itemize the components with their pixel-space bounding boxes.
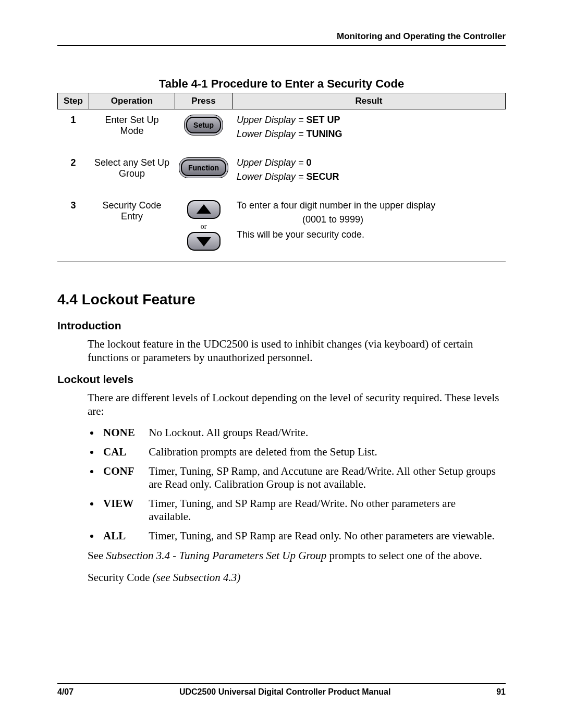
function-button-label: Function [181, 159, 226, 176]
col-result: Result [232, 93, 506, 109]
upper-display-label: Upper Display = [237, 115, 307, 125]
result-cell: Upper Display = SET UP Lower Display = T… [232, 109, 506, 153]
footer-page-number: 91 [496, 687, 506, 697]
level-desc: Timer, Tuning, SP Ramp, and Accutune are… [149, 465, 499, 491]
lower-display-label: Lower Display = [237, 171, 307, 182]
level-label: CAL [103, 446, 146, 459]
step-number: 2 [58, 152, 89, 195]
or-label: or [178, 223, 229, 231]
arrow-down-icon [187, 232, 221, 251]
security-code-paragraph: Security Code (see Subsection 4.3) [88, 571, 506, 584]
operation-cell: Enter Set Up Mode [89, 109, 175, 153]
list-item: CONF Timer, Tuning, SP Ramp, and Accutun… [100, 465, 506, 491]
operation-cell: Security Code Entry [89, 195, 175, 262]
upper-display-value: SET UP [307, 115, 340, 125]
sec-code-prefix: Security Code [88, 571, 153, 584]
level-desc: Timer, Tuning, and SP Ramp are Read/Writ… [149, 497, 499, 523]
lockout-levels-list: NONE No Lockout. All groups Read/Write. … [100, 426, 506, 542]
list-item: NONE No Lockout. All groups Read/Write. [100, 426, 506, 439]
lower-display-value: TUNING [307, 129, 342, 139]
header-rule [57, 45, 506, 46]
function-button-icon: Function [179, 157, 228, 178]
result-cell: Upper Display = 0 Lower Display = SECUR [232, 152, 506, 195]
footer-date: 4/07 [57, 687, 74, 697]
see-reference-paragraph: See Subsection 3.4 - Tuning Parameters S… [88, 549, 506, 562]
operation-cell: Select any Set Up Group [89, 152, 175, 195]
footer-title: UDC2500 Universal Digital Controller Pro… [179, 687, 390, 697]
see-prefix: See [88, 549, 106, 562]
level-desc: Calibration prompts are deleted from the… [149, 446, 499, 459]
press-cell: Function [175, 152, 232, 195]
press-cell: or [175, 195, 232, 262]
step-number: 3 [58, 195, 89, 262]
table-row: 3 Security Code Entry or To enter a four… [58, 195, 506, 262]
levels-intro-paragraph: There are different levels of Lockout de… [88, 391, 506, 418]
list-item: ALL Timer, Tuning, and SP Ramp are Read … [100, 529, 506, 542]
col-press: Press [175, 93, 232, 109]
footer-rule [57, 683, 506, 684]
result-text: This will be your security code. [237, 229, 364, 240]
lower-display-value: SECUR [307, 171, 339, 182]
upper-display-label: Upper Display = [237, 157, 307, 168]
arrow-up-icon [187, 200, 221, 219]
col-step: Step [58, 93, 89, 109]
see-suffix: prompts to select one of the above. [326, 549, 482, 562]
intro-subheading: Introduction [57, 319, 506, 332]
lower-display-label: Lower Display = [237, 129, 307, 139]
intro-paragraph: The lockout feature in the UDC2500 is us… [88, 337, 506, 365]
list-item: CAL Calibration prompts are deleted from… [100, 446, 506, 459]
levels-subheading: Lockout levels [57, 373, 506, 386]
table-row: 2 Select any Set Up Group Function Upper… [58, 152, 506, 195]
result-text: To enter a four digit number in the uppe… [237, 200, 435, 211]
running-header: Monitoring and Operating the Controller [57, 31, 506, 42]
table-row: 1 Enter Set Up Mode Setup Upper Display … [58, 109, 506, 153]
see-ref: Subsection 3.4 - Tuning Parameters Set U… [106, 549, 327, 562]
press-cell: Setup [175, 109, 232, 153]
table-caption: Table 4-1 Procedure to Enter a Security … [57, 77, 506, 91]
page-footer: 4/07 UDC2500 Universal Digital Controlle… [57, 683, 506, 697]
setup-button-label: Setup [186, 117, 221, 133]
level-label: ALL [103, 529, 146, 542]
level-desc: Timer, Tuning, and SP Ramp are Read only… [149, 529, 499, 542]
sec-code-ref: (see Subsection 4.3) [153, 571, 241, 584]
col-operation: Operation [89, 93, 175, 109]
upper-display-value: 0 [307, 157, 312, 168]
section-heading: 4.4 Lockout Feature [57, 291, 506, 308]
level-desc: No Lockout. All groups Read/Write. [149, 426, 499, 439]
procedure-table: Step Operation Press Result 1 Enter Set … [57, 93, 506, 262]
result-range: (0001 to 9999) [302, 214, 363, 225]
level-label: CONF [103, 465, 146, 478]
setup-button-icon: Setup [184, 115, 223, 135]
level-label: NONE [103, 426, 146, 439]
step-number: 1 [58, 109, 89, 153]
list-item: VIEW Timer, Tuning, and SP Ramp are Read… [100, 497, 506, 523]
level-label: VIEW [103, 497, 146, 510]
result-cell: To enter a four digit number in the uppe… [232, 195, 506, 262]
